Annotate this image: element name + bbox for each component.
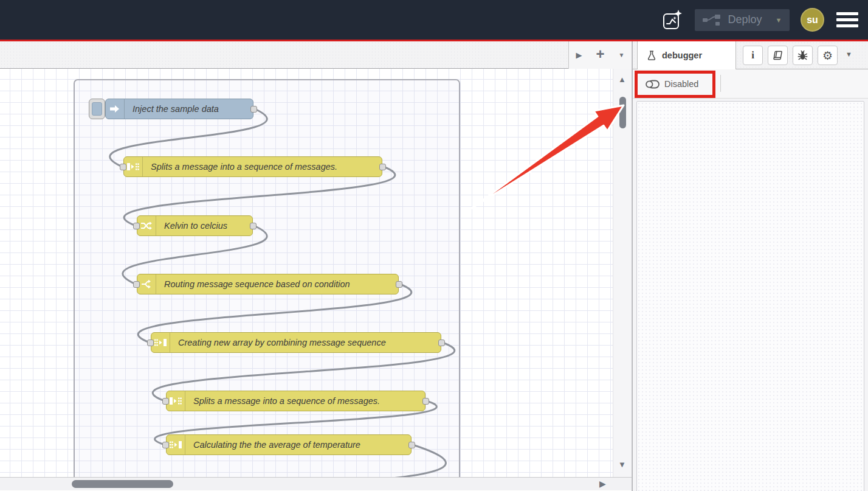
flow-list-caret-icon[interactable]: ▼	[619, 52, 625, 58]
output-port[interactable]	[250, 223, 257, 229]
debug-message-list[interactable]	[636, 101, 864, 491]
canvas-vertical-scrollbar[interactable]: ▲ ▼	[613, 69, 632, 477]
debug-messages-button[interactable]	[793, 46, 813, 65]
node-label: Creating new array by combining message …	[170, 338, 394, 347]
node-label: Inject the sample data	[125, 104, 227, 114]
toolbar-divider	[720, 75, 721, 92]
debug-disabled-toggle[interactable]: Disabled	[646, 75, 698, 92]
node-label: Kelvin to celcius	[156, 221, 236, 231]
debug-toolbar: Disabled	[633, 69, 868, 99]
node-label: Calculating the the average of temperatu…	[185, 440, 369, 450]
inject-trigger-button[interactable]	[89, 99, 105, 119]
horizontal-scroll-thumb[interactable]	[72, 480, 173, 488]
canvas-horizontal-scrollbar[interactable]: ▶	[0, 477, 632, 490]
switch-icon	[137, 274, 156, 294]
bug-icon	[797, 50, 808, 61]
add-flow-icon[interactable]: +	[596, 47, 605, 61]
help-book-button[interactable]	[768, 46, 788, 65]
app-header: Deploy ▼ su	[0, 0, 868, 40]
debug-message-area	[633, 99, 868, 490]
input-port[interactable]	[133, 281, 140, 288]
node-inject[interactable]: Inject the sample data	[105, 99, 253, 119]
disabled-label: Disabled	[664, 79, 698, 89]
sidebar-options-caret-icon[interactable]: ▼	[846, 50, 852, 58]
book-icon	[773, 50, 783, 60]
workspace: ▶ + ▼	[0, 41, 632, 491]
scroll-down-icon[interactable]: ▼	[618, 460, 626, 469]
tab-debugger[interactable]: debugger	[637, 41, 736, 69]
node-split-1[interactable]: Splits a message into a sequence of mess…	[123, 156, 382, 177]
info-button[interactable]: i	[743, 46, 763, 65]
gear-icon: ⚙	[822, 50, 833, 61]
node-split-2[interactable]: Splits a message into a sequence of mess…	[166, 391, 425, 411]
output-port[interactable]	[250, 106, 257, 113]
split-icon	[124, 157, 143, 176]
output-port[interactable]	[422, 398, 429, 405]
output-port[interactable]	[438, 340, 445, 346]
flask-icon	[647, 50, 656, 61]
sidebar-tabbar: debugger i	[633, 41, 868, 69]
vertical-scroll-thumb[interactable]	[619, 97, 626, 128]
input-port[interactable]	[120, 164, 126, 170]
flow-canvas[interactable]: Inject the sample data Splits a message …	[0, 69, 632, 477]
deploy-options-caret[interactable]: ▼	[776, 16, 782, 24]
input-port[interactable]	[147, 340, 154, 346]
flow-assistant-icon[interactable]	[661, 8, 684, 32]
node-label: Routing message sequence based on condit…	[156, 279, 359, 289]
node-change-kelvin[interactable]: Kelvin to celcius	[137, 215, 253, 236]
node-average[interactable]: Calculating the the average of temperatu…	[166, 434, 412, 455]
avatar-initials: su	[807, 15, 818, 26]
user-avatar[interactable]: su	[801, 8, 824, 32]
info-icon: i	[751, 49, 754, 61]
settings-button[interactable]: ⚙	[818, 46, 838, 65]
scroll-up-icon[interactable]: ▲	[618, 75, 626, 84]
node-join[interactable]: Creating new array by combining message …	[151, 332, 441, 353]
deploy-label: Deploy	[728, 13, 762, 26]
output-port[interactable]	[408, 442, 415, 448]
inject-icon	[106, 99, 125, 119]
input-port[interactable]	[162, 442, 169, 448]
node-label: Splits a message into a sequence of mess…	[143, 162, 346, 172]
output-port[interactable]	[396, 281, 402, 288]
change-icon	[137, 216, 156, 235]
workspace-tabbar: ▶ + ▼	[0, 41, 632, 69]
input-port[interactable]	[133, 223, 140, 229]
join-icon	[151, 333, 170, 352]
split-icon	[167, 391, 185, 411]
deploy-button[interactable]: Deploy ▼	[695, 9, 790, 31]
scroll-right-icon[interactable]: ▶	[599, 479, 606, 489]
node-switch[interactable]: Routing message sequence based on condit…	[137, 274, 399, 294]
main-menu-button[interactable]	[835, 10, 859, 30]
deploy-icon	[703, 14, 721, 26]
input-port[interactable]	[162, 398, 169, 405]
join-icon	[167, 435, 185, 454]
output-port[interactable]	[379, 164, 386, 170]
right-sidebar: debugger i	[632, 41, 868, 491]
toggle-off-icon	[646, 80, 660, 89]
node-label: Splits a message into a sequence of mess…	[185, 396, 388, 406]
tab-debugger-label: debugger	[662, 50, 702, 60]
scroll-tabs-right-icon[interactable]: ▶	[576, 51, 582, 59]
